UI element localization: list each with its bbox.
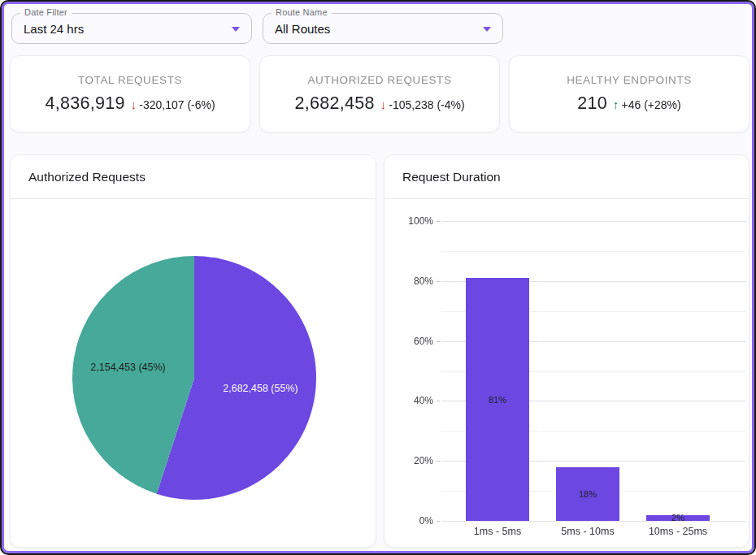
trend-delta: +46 (+28%): [622, 98, 681, 111]
trend-down-icon: ↓: [380, 98, 387, 111]
y-axis-tick: [437, 281, 440, 282]
stat-trend: ↓ -320,107 (-6%): [131, 98, 215, 111]
y-axis-tick: [437, 341, 440, 342]
pie-slice-label: 2,682,458 (55%): [223, 383, 298, 394]
stat-title: AUTHORIZED REQUESTS: [307, 74, 451, 86]
stat-trend: ↑ +46 (+28%): [613, 98, 681, 111]
stat-title: TOTAL REQUESTS: [78, 74, 182, 86]
pie-slice-label: 2,154,453 (45%): [90, 362, 165, 373]
route-name-select[interactable]: Route Name All Routes: [263, 13, 503, 44]
y-axis-tick: [437, 401, 440, 401]
trend-delta: -105,238 (-4%): [389, 98, 464, 111]
y-axis-label: 80%: [396, 275, 433, 287]
y-axis-label: 60%: [396, 336, 433, 347]
stat-value: 4,836,919: [45, 93, 124, 114]
filter-bar: Date Filter Last 24 hrs Route Name All R…: [11, 13, 503, 44]
y-axis-label: 0%: [396, 515, 433, 527]
stat-card-authorized-requests: AUTHORIZED REQUESTS 2,682,458 ↓ -105,238…: [259, 55, 500, 132]
y-axis-label: 100%: [396, 215, 433, 227]
route-name-value: All Routes: [275, 22, 330, 36]
dashboard: Date Filter Last 24 hrs Route Name All R…: [0, 0, 756, 555]
stat-value: 2,682,458: [294, 93, 374, 114]
bar-value-label: 81%: [489, 395, 506, 405]
x-axis-label: 10ms - 25ms: [649, 526, 707, 537]
stat-title: HEALTHY ENDPOINTS: [567, 74, 692, 86]
route-name-label: Route Name: [272, 7, 332, 17]
stats-row: TOTAL REQUESTS 4,836,919 ↓ -320,107 (-6%…: [10, 55, 749, 132]
stat-card-total-requests: TOTAL REQUESTS 4,836,919 ↓ -320,107 (-6%…: [10, 55, 250, 132]
bar-value-label: 2%: [671, 513, 684, 522]
chevron-down-icon: [483, 27, 491, 32]
chevron-down-icon: [232, 27, 240, 32]
panel-title: Request Duration: [385, 155, 749, 199]
bar-chart: 0%20%40%60%80%100%81%1ms - 5ms18%5ms - 1…: [441, 221, 746, 521]
pie-chart: 2,682,458 (55%)2,154,453 (45%): [11, 199, 376, 547]
stat-trend: ↓ -105,238 (-4%): [380, 98, 465, 111]
y-axis-tick: [437, 521, 440, 522]
pie-chart-svg: 2,682,458 (55%)2,154,453 (45%): [11, 199, 376, 547]
x-axis-label: 1ms - 5ms: [474, 526, 521, 537]
date-filter-value: Last 24 hrs: [24, 22, 84, 36]
stat-card-healthy-endpoints: HEALTHY ENDPOINTS 210 ↑ +46 (+28%): [509, 55, 749, 132]
y-axis-tick: [437, 461, 440, 462]
bar-value-label: 18%: [579, 489, 597, 499]
gridline: [441, 251, 746, 252]
panel-title: Authorized Requests: [11, 155, 376, 199]
y-axis-tick: [437, 221, 440, 222]
trend-down-icon: ↓: [131, 98, 137, 111]
date-filter-label: Date Filter: [20, 7, 72, 17]
y-axis-label: 20%: [396, 455, 433, 466]
trend-up-icon: ↑: [613, 98, 619, 111]
date-filter-select[interactable]: Date Filter Last 24 hrs: [11, 13, 252, 44]
trend-delta: -320,107 (-6%): [139, 98, 215, 111]
stat-value: 210: [577, 93, 607, 114]
y-axis-label: 40%: [396, 395, 433, 406]
gridline: [441, 221, 746, 222]
x-axis-label: 5ms - 10ms: [561, 526, 614, 537]
gridline: [441, 521, 746, 522]
request-duration-panel: Request Duration 0%20%40%60%80%100%81%1m…: [384, 154, 749, 548]
authorized-requests-panel: Authorized Requests 2,682,458 (55%)2,154…: [10, 154, 376, 548]
